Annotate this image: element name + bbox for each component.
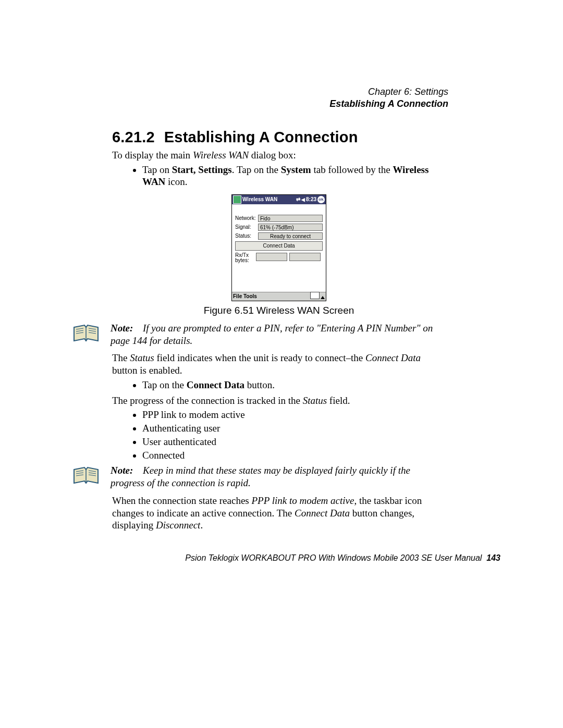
state-item: User authenticated	[142, 436, 446, 448]
status-label: Status:	[235, 233, 258, 240]
network-field: Fido	[258, 215, 323, 222]
progress-paragraph: The progress of the connection is tracke…	[112, 394, 446, 407]
book-icon	[73, 465, 99, 488]
device-menubar: File Tools	[232, 292, 326, 301]
status-field: Ready to connect	[258, 232, 323, 240]
states-list: PPP link to modem active Authenticating …	[112, 409, 446, 461]
note-text: If you are prompted to enter a PIN, refe…	[111, 323, 433, 346]
section-number: 6.21.2	[112, 129, 155, 145]
chapter-label: Chapter 6: Settings	[73, 86, 448, 98]
device-time: 8:23	[306, 196, 316, 203]
device-title: Wireless WAN	[242, 196, 277, 203]
note-label: Note:	[111, 322, 136, 335]
intro-line: To display the main Wireless WAN dialog …	[112, 149, 446, 162]
note-text: Keep in mind that these states may be di…	[111, 465, 410, 488]
step-item: Tap on Start, Settings. Tap on the Syste…	[142, 164, 446, 189]
footer-text: Psion Teklogix WORKABOUT PRO With Window…	[185, 553, 482, 562]
state-item: Connected	[142, 449, 446, 462]
book-icon	[73, 323, 99, 346]
note-1: Note:If you are prompted to enter a PIN,…	[73, 322, 500, 347]
note-label: Note:	[111, 464, 136, 477]
start-icon	[233, 195, 241, 204]
note-2: Note:Keep in mind that these states may …	[73, 464, 500, 489]
rxtx-label: Rx/Tx bytes:	[235, 253, 254, 263]
device-body: Network: Fido Signal: 61% (-75dBm) Statu…	[232, 204, 326, 292]
tx-field	[289, 253, 321, 261]
state-item: Authenticating user	[142, 422, 446, 435]
figure: Wireless WAN 8:23 ok Network: Fido	[112, 194, 446, 317]
step-list-2: Tap on the Connect Data button.	[112, 379, 446, 391]
rx-field	[256, 253, 287, 261]
step-item: Tap on the Connect Data button.	[142, 379, 446, 391]
device-menus[interactable]: File Tools	[233, 293, 257, 300]
signal-label: Signal:	[235, 224, 258, 231]
step-list-1: Tap on Start, Settings. Tap on the Syste…	[112, 164, 446, 189]
device-screenshot: Wireless WAN 8:23 ok Network: Fido	[231, 194, 326, 301]
page-number: 143	[486, 553, 500, 562]
final-paragraph: When the connection state reaches PPP li…	[112, 495, 446, 532]
running-header: Chapter 6: Settings Establishing A Conne…	[73, 86, 448, 110]
page-footer: Psion Teklogix WORKABOUT PRO With Window…	[0, 553, 500, 563]
section-label: Establishing A Connection	[73, 98, 448, 110]
connect-data-button[interactable]: Connect Data	[235, 241, 323, 251]
keyboard-icon[interactable]	[310, 292, 320, 299]
state-item: PPP link to modem active	[142, 409, 446, 421]
status-paragraph: The Status field indicates when the unit…	[112, 352, 446, 377]
signal-field: 61% (-75dBm)	[258, 224, 323, 231]
section-heading: 6.21.2Establishing A Connection	[112, 129, 500, 146]
device-titlebar: Wireless WAN 8:23 ok	[232, 195, 326, 204]
network-label: Network:	[235, 215, 258, 222]
ok-button[interactable]: ok	[317, 196, 325, 203]
up-arrow-icon[interactable]	[321, 296, 325, 299]
figure-caption: Figure 6.51 Wireless WAN Screen	[112, 304, 446, 317]
connectivity-icon	[296, 196, 300, 203]
page: Chapter 6: Settings Establishing A Conne…	[0, 0, 563, 728]
device-systray: 8:23 ok	[296, 196, 325, 203]
speaker-icon	[301, 196, 305, 203]
section-title: Establishing A Connection	[164, 129, 358, 145]
